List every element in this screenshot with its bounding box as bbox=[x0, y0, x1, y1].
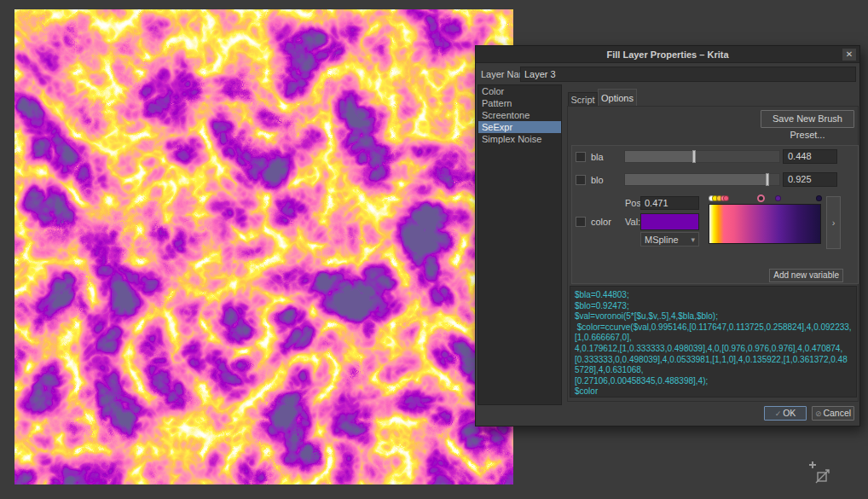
gradient-stop[interactable] bbox=[816, 195, 822, 201]
canvas-artwork[interactable] bbox=[14, 9, 513, 484]
add-new-variable-button[interactable]: Add new variable bbox=[769, 269, 843, 282]
dropdown-arrow-icon: ▾ bbox=[691, 235, 695, 244]
move-tool-cursor-icon bbox=[807, 461, 834, 486]
bla-checkbox[interactable] bbox=[576, 152, 586, 162]
tab-options[interactable]: Options bbox=[598, 89, 637, 107]
category-item-color[interactable]: Color bbox=[478, 85, 561, 97]
gradient-preview[interactable] bbox=[709, 204, 821, 244]
cancel-slash-icon: ⊘ bbox=[815, 409, 822, 418]
fill-layer-properties-dialog: Fill Layer Properties – Krita ✕ Layer Na… bbox=[475, 45, 860, 426]
gradient-stop[interactable] bbox=[757, 194, 765, 202]
bla-value-field[interactable]: 0.448 bbox=[783, 149, 837, 164]
gradient-stop-row[interactable] bbox=[709, 194, 821, 203]
dialog-titlebar[interactable]: Fill Layer Properties – Krita ✕ bbox=[476, 46, 859, 63]
color-checkbox[interactable] bbox=[576, 217, 586, 227]
bla-slider-handle[interactable] bbox=[692, 150, 696, 163]
dialog-button-row: ✓OK ⊘Cancel bbox=[764, 406, 854, 421]
close-icon[interactable]: ✕ bbox=[842, 49, 856, 61]
bla-slider[interactable] bbox=[624, 150, 780, 163]
variables-frame: bla 0.448 blo 0.925 color Pos: Val: MS bbox=[571, 145, 859, 284]
bla-slider-fill bbox=[625, 151, 694, 162]
category-item-pattern[interactable]: Pattern bbox=[478, 97, 561, 109]
blo-slider-handle[interactable] bbox=[766, 173, 769, 186]
ok-label: OK bbox=[783, 408, 796, 418]
cancel-label: Cancel bbox=[823, 408, 851, 418]
gradient-editor[interactable] bbox=[707, 194, 823, 247]
layer-name-input[interactable] bbox=[520, 67, 856, 82]
chevron-right-icon: › bbox=[832, 218, 836, 228]
dialog-title: Fill Layer Properties – Krita bbox=[606, 49, 728, 60]
category-item-seexpr[interactable]: SeExpr bbox=[478, 121, 561, 133]
color-label: color bbox=[591, 217, 611, 227]
category-item-screentone[interactable]: Screentone bbox=[478, 109, 561, 121]
mouse-cursor bbox=[807, 461, 834, 486]
interpolation-value: MSpline bbox=[645, 235, 679, 245]
script-preview-textarea[interactable]: $bla=0.44803; $blo=0.92473; $val=voronoi… bbox=[570, 286, 857, 397]
bla-label: bla bbox=[591, 152, 604, 162]
gradient-expand-button[interactable]: › bbox=[826, 196, 841, 249]
category-item-simplex-noise[interactable]: Simplex Noise bbox=[478, 133, 561, 145]
seexpr-noise-preview bbox=[14, 9, 513, 484]
blo-value-field[interactable]: 0.925 bbox=[783, 172, 837, 187]
interpolation-dropdown[interactable]: MSpline ▾ bbox=[640, 232, 699, 247]
blo-checkbox[interactable] bbox=[576, 175, 586, 185]
krita-window: { "window": { "title": "Fill Layer Prope… bbox=[0, 0, 868, 499]
ok-button[interactable]: ✓OK bbox=[764, 406, 807, 421]
blo-slider-fill bbox=[625, 174, 767, 185]
blo-label: blo bbox=[591, 175, 604, 185]
cancel-button[interactable]: ⊘Cancel bbox=[812, 406, 854, 421]
save-new-brush-preset-button[interactable]: Save New Brush Preset... bbox=[761, 110, 854, 128]
tab-script[interactable]: Script bbox=[568, 92, 598, 107]
val-label: Val: bbox=[625, 217, 640, 227]
gradient-stop[interactable] bbox=[775, 195, 781, 201]
generator-category-list: ColorPatternScreentoneSeExprSimplex Nois… bbox=[477, 84, 562, 405]
layer-name-row: Layer Name: bbox=[476, 63, 859, 85]
pos-input[interactable] bbox=[640, 196, 699, 210]
ok-check-icon: ✓ bbox=[775, 409, 782, 418]
blo-slider[interactable] bbox=[624, 173, 780, 186]
gradient-stop[interactable] bbox=[723, 195, 729, 201]
val-color-swatch[interactable] bbox=[640, 213, 699, 230]
options-tab-page: Save New Brush Preset... bla 0.448 blo 0… bbox=[567, 106, 859, 402]
